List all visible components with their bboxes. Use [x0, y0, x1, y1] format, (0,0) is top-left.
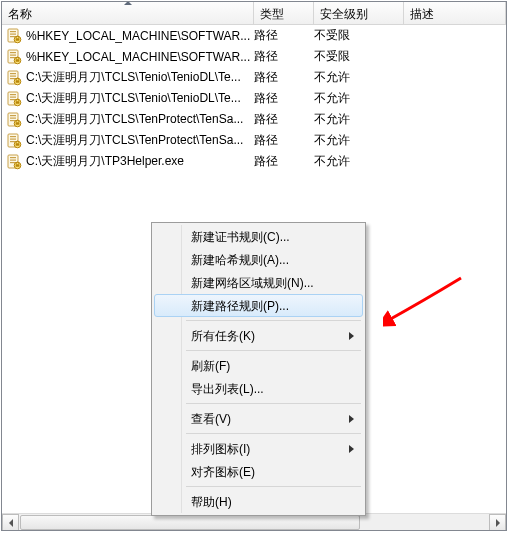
- svg-rect-23: [16, 101, 20, 103]
- svg-rect-1: [10, 31, 16, 32]
- column-header-name[interactable]: 名称: [2, 2, 254, 25]
- menu-align-icons[interactable]: 对齐图标(E): [154, 460, 363, 483]
- path-rule-icon: [6, 112, 22, 128]
- svg-rect-5: [16, 38, 20, 40]
- path-rule-icon: [6, 70, 22, 86]
- cell-security: 不允许: [314, 132, 404, 149]
- column-header-row: 名称 类型 安全级别 描述: [2, 2, 506, 25]
- table-row[interactable]: C:\天涯明月刀\TCLS\Tenio\TenioDL\Te...路径不允许: [2, 67, 506, 88]
- menu-arrange-icons[interactable]: 排列图标(I): [154, 437, 363, 460]
- svg-rect-2: [10, 33, 16, 34]
- table-row[interactable]: %HKEY_LOCAL_MACHINE\SOFTWAR...路径不受限: [2, 46, 506, 67]
- path-rule-icon: [6, 28, 22, 44]
- svg-rect-17: [16, 80, 20, 82]
- table-row[interactable]: C:\天涯明月刀\TCLS\Tenio\TenioDL\Te...路径不允许: [2, 88, 506, 109]
- cell-type: 路径: [254, 132, 314, 149]
- cell-security: 不受限: [314, 48, 404, 65]
- svg-rect-29: [16, 122, 20, 124]
- cell-name: %HKEY_LOCAL_MACHINE\SOFTWAR...: [26, 29, 250, 43]
- cell-name: C:\天涯明月刀\TCLS\Tenio\TenioDL\Te...: [26, 90, 241, 107]
- menu-refresh[interactable]: 刷新(F): [154, 354, 363, 377]
- cell-name: %HKEY_LOCAL_MACHINE\SOFTWAR...: [26, 50, 250, 64]
- menu-separator: [186, 433, 361, 434]
- svg-rect-31: [10, 136, 16, 137]
- path-rule-icon: [6, 133, 22, 149]
- table-row[interactable]: C:\天涯明月刀\TCLS\TenProtect\TenSa...路径不允许: [2, 109, 506, 130]
- cell-type: 路径: [254, 27, 314, 44]
- cell-type: 路径: [254, 153, 314, 170]
- scroll-right-button[interactable]: [489, 514, 506, 531]
- svg-rect-8: [10, 54, 16, 55]
- menu-help[interactable]: 帮助(H): [154, 490, 363, 513]
- svg-rect-35: [16, 143, 20, 145]
- svg-rect-7: [10, 52, 16, 53]
- scroll-left-button[interactable]: [2, 514, 19, 531]
- svg-rect-13: [10, 73, 16, 74]
- table-row[interactable]: %HKEY_LOCAL_MACHINE\SOFTWAR...路径不受限: [2, 25, 506, 46]
- svg-rect-37: [10, 157, 16, 158]
- cell-name: C:\天涯明月刀\TCLS\TenProtect\TenSa...: [26, 111, 243, 128]
- cell-security: 不允许: [314, 153, 404, 170]
- cell-security: 不受限: [314, 27, 404, 44]
- menu-view[interactable]: 查看(V): [154, 407, 363, 430]
- chevron-left-icon: [9, 519, 13, 527]
- path-rule-icon: [6, 154, 22, 170]
- svg-rect-32: [10, 138, 16, 139]
- path-rule-icon: [6, 91, 22, 107]
- menu-separator: [186, 350, 361, 351]
- column-header-security[interactable]: 安全级别: [314, 2, 404, 25]
- cell-name: C:\天涯明月刀\TCLS\Tenio\TenioDL\Te...: [26, 69, 241, 86]
- cell-type: 路径: [254, 111, 314, 128]
- svg-rect-38: [10, 159, 16, 160]
- cell-type: 路径: [254, 69, 314, 86]
- table-row[interactable]: C:\天涯明月刀\TCLS\TenProtect\TenSa...路径不允许: [2, 130, 506, 151]
- cell-name: C:\天涯明月刀\TP3Helper.exe: [26, 153, 184, 170]
- menu-new-certificate-rule[interactable]: 新建证书规则(C)...: [154, 225, 363, 248]
- menu-new-path-rule[interactable]: 新建路径规则(P)...: [154, 294, 363, 317]
- svg-rect-41: [16, 164, 20, 166]
- menu-separator: [186, 486, 361, 487]
- cell-type: 路径: [254, 90, 314, 107]
- svg-rect-25: [10, 115, 16, 116]
- menu-all-tasks[interactable]: 所有任务(K): [154, 324, 363, 347]
- table-row[interactable]: C:\天涯明月刀\TP3Helper.exe路径不允许: [2, 151, 506, 172]
- path-rule-icon: [6, 49, 22, 65]
- column-header-type[interactable]: 类型: [254, 2, 314, 25]
- svg-rect-11: [16, 59, 20, 61]
- menu-new-hash-rule[interactable]: 新建哈希规则(A)...: [154, 248, 363, 271]
- menu-separator: [186, 320, 361, 321]
- chevron-right-icon: [496, 519, 500, 527]
- cell-name: C:\天涯明月刀\TCLS\TenProtect\TenSa...: [26, 132, 243, 149]
- svg-rect-20: [10, 96, 16, 97]
- scroll-thumb[interactable]: [20, 515, 360, 530]
- menu-new-network-zone-rule[interactable]: 新建网络区域规则(N)...: [154, 271, 363, 294]
- menu-separator: [186, 403, 361, 404]
- svg-rect-19: [10, 94, 16, 95]
- svg-rect-26: [10, 117, 16, 118]
- cell-security: 不允许: [314, 90, 404, 107]
- context-menu: 新建证书规则(C)... 新建哈希规则(A)... 新建网络区域规则(N)...…: [151, 222, 366, 516]
- rows-container: %HKEY_LOCAL_MACHINE\SOFTWAR...路径不受限 %HKE…: [2, 25, 506, 172]
- svg-rect-14: [10, 75, 16, 76]
- cell-security: 不允许: [314, 69, 404, 86]
- column-header-description[interactable]: 描述: [404, 2, 506, 25]
- cell-security: 不允许: [314, 111, 404, 128]
- cell-type: 路径: [254, 48, 314, 65]
- menu-export-list[interactable]: 导出列表(L)...: [154, 377, 363, 400]
